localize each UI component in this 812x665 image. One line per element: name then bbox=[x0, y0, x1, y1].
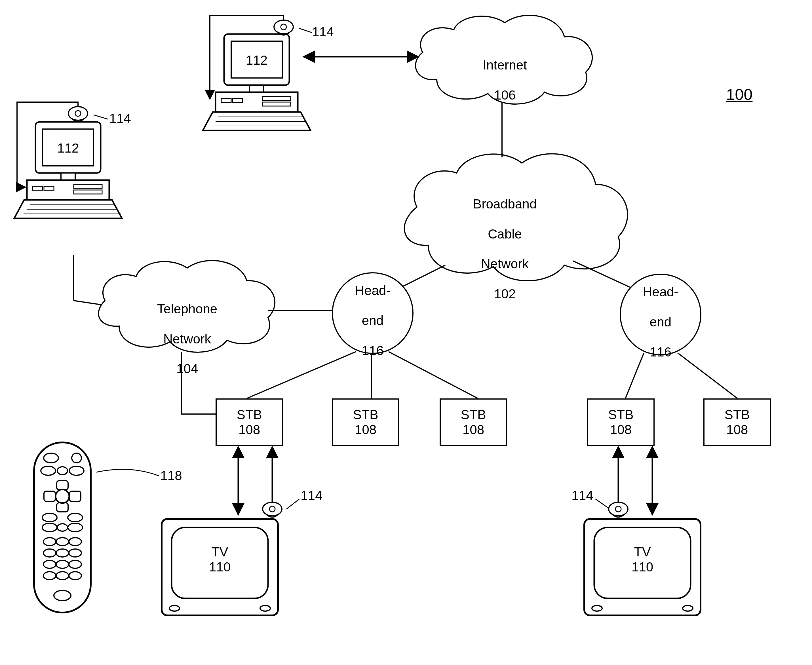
svg-point-67 bbox=[56, 490, 69, 503]
svg-point-70 bbox=[68, 513, 82, 522]
svg-point-63 bbox=[69, 466, 84, 475]
svg-line-18 bbox=[286, 499, 299, 509]
cam-pc-left-ref: 114 bbox=[109, 111, 131, 126]
pc-left-label: 112 bbox=[57, 140, 79, 156]
svg-point-62 bbox=[57, 467, 67, 475]
svg-point-45 bbox=[75, 111, 81, 116]
svg-point-56 bbox=[592, 606, 602, 611]
headend-left: Head- end 116 bbox=[332, 272, 414, 354]
svg-point-85 bbox=[69, 572, 82, 580]
computer-top-drawing bbox=[203, 34, 311, 131]
broadband-l1: Broadband bbox=[473, 197, 537, 211]
broadband-l2: Cable bbox=[488, 226, 522, 241]
headend-left-ref: 116 bbox=[362, 343, 384, 358]
headend-right: Head- end 116 bbox=[620, 274, 701, 355]
svg-line-9 bbox=[625, 353, 644, 398]
computer-left-drawing bbox=[14, 122, 122, 218]
svg-point-73 bbox=[68, 523, 82, 532]
svg-point-83 bbox=[43, 572, 56, 580]
headend-right-l1: Head- bbox=[643, 285, 678, 299]
svg-point-72 bbox=[57, 524, 67, 531]
svg-point-48 bbox=[609, 502, 628, 516]
svg-rect-22 bbox=[250, 85, 264, 92]
svg-rect-26 bbox=[262, 97, 291, 100]
remote-ref: 118 bbox=[160, 468, 182, 483]
remote-drawing bbox=[34, 442, 91, 613]
headend-right-ref: 116 bbox=[650, 344, 671, 359]
broadband-cloud-text: Broadband Cable Network 102 bbox=[460, 182, 550, 301]
svg-rect-66 bbox=[69, 491, 81, 501]
cam-tv-right-ref: 114 bbox=[571, 488, 593, 503]
svg-point-86 bbox=[54, 590, 71, 601]
svg-rect-24 bbox=[221, 98, 231, 102]
svg-point-59 bbox=[44, 453, 59, 463]
broadband-ref: 102 bbox=[494, 287, 516, 301]
svg-point-80 bbox=[43, 560, 56, 568]
svg-rect-37 bbox=[74, 184, 102, 188]
headend-left-l1: Head- bbox=[355, 283, 390, 298]
svg-point-57 bbox=[683, 606, 693, 611]
svg-point-71 bbox=[42, 523, 57, 532]
cam-pc-top-ref: 114 bbox=[312, 24, 334, 39]
pc-top-label: 112 bbox=[246, 52, 268, 68]
svg-point-42 bbox=[274, 20, 293, 34]
svg-point-69 bbox=[42, 513, 57, 522]
svg-point-78 bbox=[56, 549, 69, 557]
telephone-cloud-text: Telephone Network 104 bbox=[142, 287, 232, 376]
figure-id: 100 bbox=[726, 85, 752, 103]
tv-left-label: TV 110 bbox=[193, 544, 247, 575]
stb-l1: STB 108 bbox=[216, 398, 283, 446]
svg-rect-33 bbox=[61, 173, 75, 180]
svg-rect-64 bbox=[57, 481, 68, 490]
broadband-l3: Network bbox=[481, 256, 529, 271]
svg-line-5 bbox=[74, 301, 102, 305]
internet-label: Internet bbox=[483, 57, 527, 72]
svg-rect-34 bbox=[27, 180, 109, 200]
telephone-l1: Telephone bbox=[157, 301, 217, 316]
camera-pc-left bbox=[68, 106, 88, 122]
svg-rect-65 bbox=[44, 491, 55, 501]
svg-rect-25 bbox=[232, 98, 242, 102]
svg-point-53 bbox=[260, 606, 270, 611]
svg-point-84 bbox=[56, 572, 69, 580]
svg-point-74 bbox=[43, 538, 56, 545]
svg-rect-35 bbox=[33, 186, 43, 190]
camera-pc-top bbox=[274, 20, 293, 35]
svg-point-47 bbox=[269, 506, 275, 512]
internet-ref: 106 bbox=[494, 88, 516, 102]
svg-point-52 bbox=[169, 606, 180, 611]
svg-line-8 bbox=[388, 352, 478, 398]
svg-point-77 bbox=[43, 549, 56, 557]
tv-right-label: TV 110 bbox=[616, 544, 670, 575]
stb-l3: STB 108 bbox=[440, 398, 507, 446]
svg-point-75 bbox=[56, 538, 69, 545]
camera-tv-left bbox=[263, 502, 282, 517]
svg-rect-58 bbox=[34, 442, 91, 613]
svg-line-10 bbox=[678, 353, 737, 398]
svg-rect-36 bbox=[44, 186, 54, 190]
svg-point-60 bbox=[72, 453, 82, 463]
stb-r1: STB 108 bbox=[587, 398, 655, 446]
svg-point-49 bbox=[616, 506, 621, 512]
svg-rect-27 bbox=[262, 102, 291, 106]
svg-point-43 bbox=[281, 24, 286, 30]
headend-left-l2: end bbox=[362, 313, 384, 328]
telephone-ref: 104 bbox=[177, 361, 198, 376]
svg-rect-23 bbox=[216, 92, 298, 112]
stb-r2: STB 108 bbox=[703, 398, 771, 446]
svg-rect-38 bbox=[74, 190, 102, 194]
svg-point-44 bbox=[68, 106, 88, 120]
camera-tv-right bbox=[609, 502, 628, 517]
svg-line-17 bbox=[93, 115, 108, 119]
svg-point-46 bbox=[263, 502, 282, 516]
cam-tv-left-ref: 114 bbox=[301, 488, 323, 503]
stb-l2: STB 108 bbox=[332, 398, 399, 446]
telephone-l2: Network bbox=[164, 331, 211, 346]
headend-right-l2: end bbox=[650, 314, 671, 329]
svg-rect-68 bbox=[57, 503, 68, 512]
svg-line-16 bbox=[299, 28, 312, 33]
diagram-canvas: 100 bbox=[0, 0, 812, 665]
svg-point-79 bbox=[69, 549, 82, 557]
svg-point-81 bbox=[56, 560, 69, 568]
internet-cloud-text: Internet 106 bbox=[465, 43, 545, 103]
